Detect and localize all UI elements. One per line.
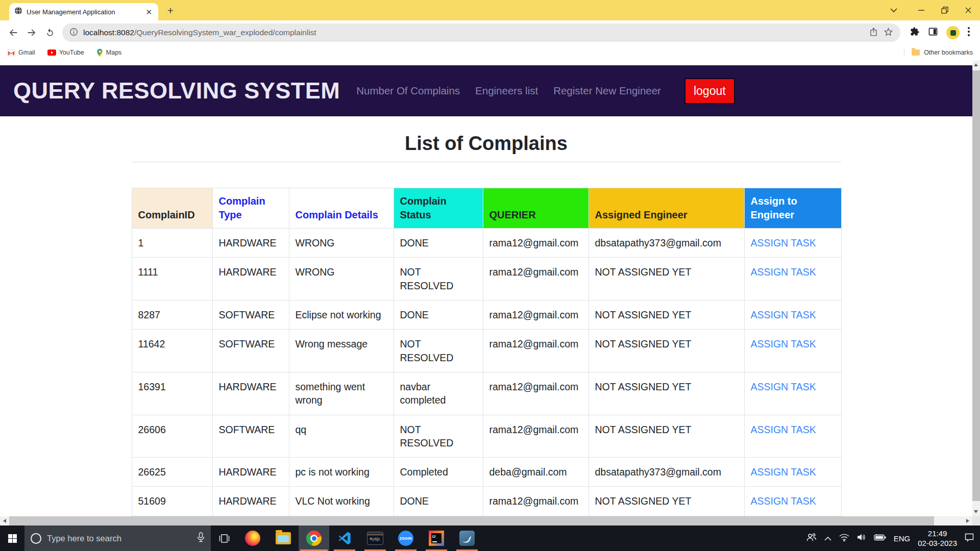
share-icon[interactable] [869,27,878,39]
taskbar-app-file-explorer[interactable] [268,525,299,551]
tab-title: User Management Application [27,8,140,16]
microphone-icon[interactable] [197,532,205,544]
profile-avatar[interactable] [946,26,960,39]
scroll-up-icon[interactable] [974,63,978,66]
vertical-scrollbar[interactable] [972,60,980,516]
vertical-scroll-thumb[interactable] [972,70,980,501]
assign-task-link[interactable]: ASSIGN TASK [751,237,816,248]
taskbar-app-chrome[interactable] [299,525,329,551]
taskbar-app-mysql-workbench[interactable] [452,525,482,551]
maximize-button[interactable] [933,0,957,20]
other-bookmarks[interactable]: Other bookmarks [904,49,973,56]
taskbar-clock[interactable]: 21:49 02-03-2023 [918,529,957,548]
horizontal-scroll-thumb[interactable] [9,516,934,525]
table-row: 8287SOFTWAREEclipse not workingDONErama1… [132,300,841,329]
cell-complain-id: 1111 [132,258,212,300]
assign-task-link[interactable]: ASSIGN TASK [751,338,816,349]
language-indicator[interactable]: ENG [894,534,911,543]
complaints-header-row: ComplainIDComplain TypeComplain DetailsC… [132,188,841,229]
search-placeholder: Type here to search [47,534,191,543]
cell-assign-action: ASSIGN TASK [744,229,841,258]
cell-complain-details: Wrong message [289,330,394,372]
assign-task-link[interactable]: ASSIGN TASK [751,495,816,507]
taskbar-app-vscode[interactable] [329,525,360,551]
tab-search-chevron-icon[interactable] [890,6,897,15]
taskbar-app-firefox[interactable] [237,525,268,551]
column-header-complain-type[interactable]: Complain Type [212,188,289,229]
column-header-assign-to-engineer: Assign to Engineer [744,188,841,229]
kebab-menu-icon[interactable] [968,27,970,38]
cell-complain-type: HARDWARE [212,229,289,258]
site-brand: QUERY RESOLVING SYSTEM [13,78,340,104]
assign-task-link[interactable]: ASSIGN TASK [751,381,816,392]
globe-favicon-icon [14,7,22,17]
taskbar: Type here to search MySQL zoom IJ [0,525,980,551]
url-host: localhost:8082 [83,28,134,37]
column-header-complain-details[interactable]: Complain Details [289,188,394,229]
bookmark-gmail[interactable]: Gmail [7,49,35,56]
reload-icon[interactable] [41,23,59,42]
table-row: 51609HARDWAREVLC Not workingDONErama12@g… [132,487,841,516]
taskbar-app-mysql-cli[interactable]: MySQL [360,525,390,551]
cell-assigned-engineer: NOT ASSIGNED YET [589,372,744,415]
bookmark-star-icon[interactable] [884,27,893,39]
close-window-button[interactable] [957,0,980,20]
wifi-icon[interactable] [839,534,849,543]
taskbar-app-intellij[interactable]: IJ [421,525,452,551]
bookmark-youtube[interactable]: YouTube [47,49,84,56]
forward-icon[interactable] [22,23,41,42]
cell-complain-type: HARDWARE [212,372,289,415]
logout-button[interactable]: logout [684,78,735,104]
nav-number-of-complains[interactable]: Number Of Complains [356,85,460,97]
scroll-left-icon[interactable] [0,516,9,525]
battery-icon[interactable] [874,534,886,543]
column-header-complainid: ComplainID [132,188,212,229]
cell-complain-details: WRONG [289,258,394,300]
cell-assign-action: ASSIGN TASK [744,415,841,458]
horizontal-scrollbar[interactable] [0,516,980,525]
start-button[interactable] [0,525,24,551]
nav-register-new-engineer[interactable]: Register New Engineer [553,85,661,97]
cell-querier: rama12@gmail.com [483,229,589,258]
nav-engineers-list[interactable]: Engineers list [475,85,538,97]
complaints-tbody: 1HARDWAREWRONGDONErama12@gmail.comdbsata… [132,229,841,526]
firefox-icon [245,531,260,546]
notifications-icon[interactable] [965,533,974,544]
people-icon[interactable] [806,533,817,543]
mysql-cli-icon: MySQL [367,532,383,545]
assign-task-link[interactable]: ASSIGN TASK [751,309,816,320]
tab-close-icon[interactable]: ✕ [144,8,153,16]
cell-complain-details: Eclipse not working [289,300,394,329]
cell-complain-details: VLC Not working [289,487,394,516]
cell-querier: rama12@gmail.com [483,258,589,300]
scroll-right-icon[interactable] [963,516,972,525]
address-bar[interactable]: localhost:8082/QueryResolvingSystem_war_… [62,23,900,42]
bookmark-maps[interactable]: Maps [96,48,122,57]
browser-tab[interactable]: User Management Application ✕ [9,3,158,20]
hidden-icons-chevron-icon[interactable] [824,534,831,543]
minimize-button[interactable] [910,0,933,20]
back-icon[interactable] [4,23,22,42]
assign-task-link[interactable]: ASSIGN TASK [751,466,816,478]
cell-assigned-engineer: dbsatapathy373@gmail.com [589,458,744,487]
assign-task-link[interactable]: ASSIGN TASK [751,266,816,278]
task-view-button[interactable] [211,525,237,551]
column-header-assigned-engineer: Assigned Engineer [589,188,744,229]
cell-assigned-engineer: NOT ASSIGNED YET [589,415,744,458]
cell-complain-details: WRONG [289,229,394,258]
volume-icon[interactable] [857,533,866,543]
scroll-down-icon[interactable] [974,510,978,513]
assign-task-link[interactable]: ASSIGN TASK [751,424,816,435]
cell-assign-action: ASSIGN TASK [744,330,841,372]
cell-assign-action: ASSIGN TASK [744,487,841,516]
cell-complain-id: 16391 [132,372,212,415]
taskbar-search[interactable]: Type here to search [24,525,211,551]
cell-complain-details: qq [289,415,394,458]
table-row: 1HARDWAREWRONGDONErama12@gmail.comdbsata… [132,229,841,258]
taskbar-app-zoom[interactable]: zoom [390,525,421,551]
bookmark-label: YouTube [59,49,84,56]
new-tab-button[interactable]: + [164,5,177,17]
side-panel-icon[interactable] [928,27,938,39]
extensions-puzzle-icon[interactable] [910,27,920,39]
page-info-icon[interactable] [69,28,78,38]
